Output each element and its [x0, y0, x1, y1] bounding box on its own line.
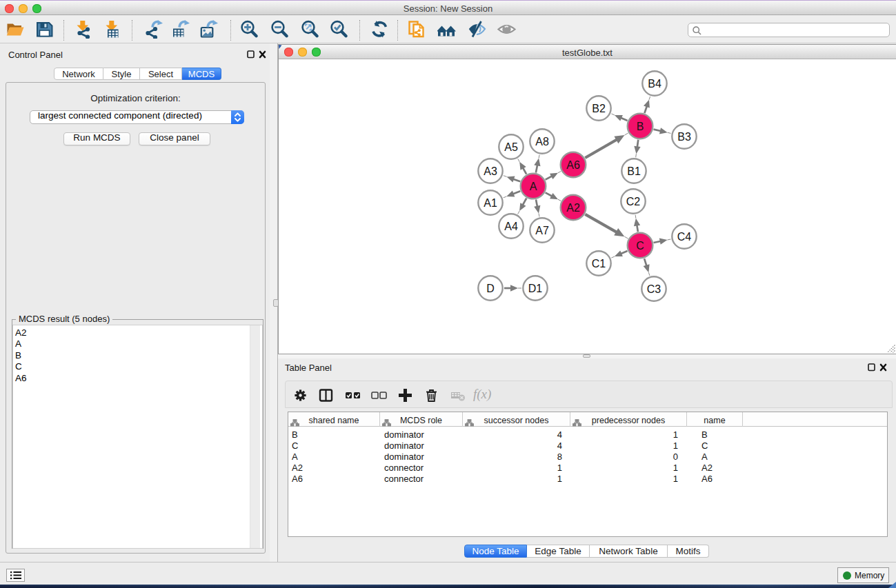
svg-text:B: B [637, 121, 644, 132]
svg-text:A7: A7 [535, 225, 549, 236]
svg-text:D1: D1 [528, 283, 543, 294]
svg-text:B3: B3 [677, 131, 691, 143]
svg-text:A2: A2 [566, 202, 580, 214]
svg-text:B2: B2 [592, 103, 606, 114]
svg-text:C: C [636, 240, 644, 252]
svg-text:C2: C2 [626, 196, 641, 207]
svg-text:C3: C3 [647, 283, 661, 295]
svg-text:A5: A5 [504, 141, 518, 153]
svg-text:A: A [530, 181, 537, 192]
svg-text:A1: A1 [484, 197, 497, 209]
svg-text:C1: C1 [592, 258, 606, 270]
svg-text:A6: A6 [566, 159, 580, 171]
svg-text:A4: A4 [504, 221, 518, 232]
svg-text:C4: C4 [677, 231, 692, 243]
svg-text:D: D [486, 283, 495, 294]
svg-text:B4: B4 [648, 78, 661, 90]
svg-text:B1: B1 [627, 165, 641, 177]
svg-text:A3: A3 [484, 165, 497, 177]
svg-text:A8: A8 [535, 136, 549, 148]
